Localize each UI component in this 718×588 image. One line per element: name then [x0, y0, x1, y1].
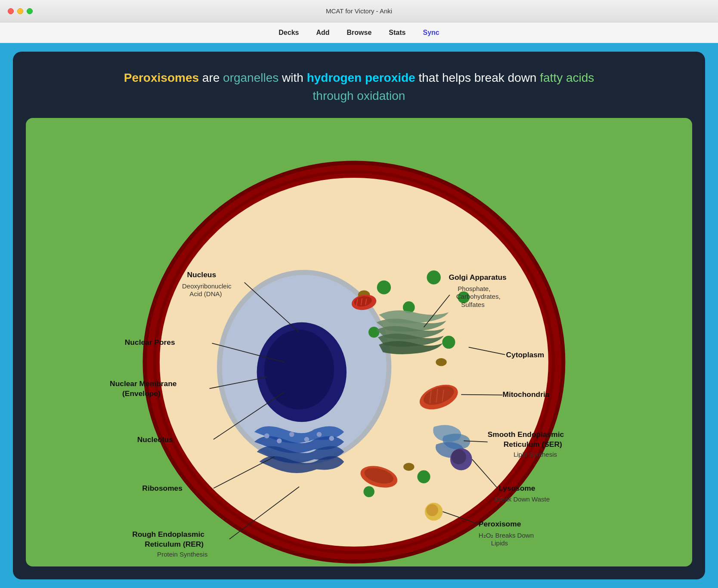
- golgi-label: Golgi Apparatus: [449, 273, 506, 282]
- main-content: Peroxisomes are organelles with hydrogen…: [0, 43, 718, 588]
- cytoplasm-label: Cytoplasm: [506, 350, 545, 359]
- organelle-dot-8: [363, 486, 374, 497]
- ribosomes-label: Ribosomes: [142, 484, 183, 492]
- golgi-sublabel3: Sulfates: [461, 301, 484, 308]
- svg-point-5: [329, 436, 334, 441]
- nuclear-membrane-label: Nuclear Membrane: [110, 379, 177, 388]
- mitochondria-label: Mitochondria: [502, 390, 549, 399]
- traffic-lights: [8, 8, 33, 14]
- svg-point-0: [264, 433, 269, 439]
- nucleus-sublabel: Deoxyribonucleic: [182, 282, 232, 290]
- nuclear-pores-label: Nuclear Pores: [125, 338, 175, 347]
- organelle-dot-5: [368, 327, 379, 337]
- peroxisome-inner: [426, 504, 438, 516]
- organelle-dot-6: [442, 336, 455, 349]
- cell-diagram: Nucleus Deoxyribonucleic Acid (DNA) Nucl…: [26, 118, 692, 566]
- lysosome-label: Lysosome: [498, 484, 535, 492]
- flashcard: Peroxisomes are organelles with hydrogen…: [13, 52, 705, 579]
- svg-point-2: [289, 432, 294, 437]
- rough-er-label2: Reticulum (RER): [145, 540, 204, 548]
- text-organelles: organelles: [223, 71, 279, 84]
- smooth-er-sublabel: Lipid Synthesis: [514, 451, 557, 458]
- lysosome-sublabel: Break Down Waste: [495, 495, 550, 503]
- menu-sync[interactable]: Sync: [423, 29, 439, 37]
- menu-stats[interactable]: Stats: [389, 29, 405, 37]
- cell-diagram-svg: Nucleus Deoxyribonucleic Acid (DNA) Nucl…: [26, 118, 692, 566]
- organelle-dot-3: [427, 270, 440, 284]
- text-peroxisomes: Peroxisomes: [124, 71, 199, 84]
- peroxisome-label: Peroxisome: [479, 520, 521, 528]
- maximize-button[interactable]: [27, 8, 33, 14]
- peroxisome-sublabel1: H₂O₂ Breaks Down: [479, 532, 534, 539]
- brown-dot-3: [403, 463, 414, 471]
- text-fatty-acids: fatty acids: [540, 71, 594, 84]
- brown-dot-2: [436, 358, 446, 366]
- text-through-oxidation: through oxidation: [313, 89, 405, 102]
- svg-point-3: [304, 437, 309, 442]
- nucleus-label: Nucleus: [187, 270, 217, 279]
- menubar: Decks Add Browse Stats Sync: [0, 22, 718, 43]
- text-hydrogen-peroxide: hydrogen peroxide: [307, 71, 415, 84]
- svg-point-1: [277, 438, 282, 443]
- window-title: MCAT for Victory - Anki: [326, 7, 392, 15]
- close-button[interactable]: [8, 8, 14, 14]
- organelle-dot-7: [417, 470, 430, 483]
- text-helps: that helps break down: [418, 71, 540, 84]
- golgi-sublabel1: Phosphate,: [458, 285, 490, 292]
- menu-browse[interactable]: Browse: [347, 29, 372, 37]
- golgi-sublabel2: Carbohydrates,: [456, 293, 501, 300]
- smooth-er-label2: Reticulum (SER): [504, 440, 562, 449]
- lysosome-inner: [451, 449, 466, 464]
- peroxisome-sublabel2: Lipids: [491, 539, 508, 547]
- smooth-er-label: Smooth Endoplasmic: [488, 430, 564, 439]
- svg-point-4: [317, 432, 322, 437]
- mitochondria-line: [461, 395, 502, 395]
- nucleus-sublabel2: Acid (DNA): [189, 290, 222, 297]
- nucleolus-inner: [264, 330, 334, 409]
- rough-er-label: Rough Endoplasmic: [132, 530, 204, 538]
- text-with: with: [282, 71, 307, 84]
- nuclear-membrane-label2: (Envelope): [122, 389, 161, 398]
- minimize-button[interactable]: [17, 8, 23, 14]
- titlebar: MCAT for Victory - Anki: [0, 0, 718, 22]
- menu-decks[interactable]: Decks: [279, 29, 299, 37]
- nucleolus-label: Nucleolus: [137, 435, 173, 444]
- menu-add[interactable]: Add: [316, 29, 329, 37]
- question-text: Peroxisomes are organelles with hydrogen…: [26, 65, 692, 109]
- text-are: are: [202, 71, 223, 84]
- rough-er-sublabel: Protein Synthesis: [157, 551, 207, 558]
- organelle-dot-1: [377, 280, 391, 294]
